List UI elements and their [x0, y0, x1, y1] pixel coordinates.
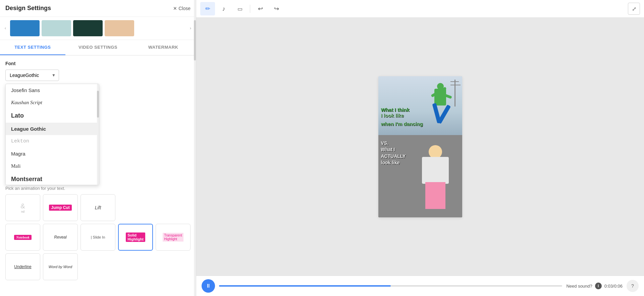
- close-label: Close: [178, 6, 191, 11]
- anim-card-lift[interactable]: Lift: [80, 194, 115, 221]
- anim-card-reveal[interactable]: Reveal: [43, 224, 78, 251]
- toolbar-redo-button[interactable]: ↪: [269, 2, 284, 15]
- expand-button[interactable]: ⤢: [628, 3, 640, 15]
- meme-bottom-line2: What I: [381, 146, 406, 153]
- anim-spacer-5: [156, 253, 191, 280]
- video-preview: What I think I look like when I'm dancin…: [378, 76, 462, 217]
- color-swatch-blue[interactable]: [10, 20, 40, 36]
- redo-icon: ↪: [274, 5, 279, 12]
- font-item-magra[interactable]: Magra: [6, 147, 99, 160]
- preview-area: What I think I look like when I'm dancin…: [196, 18, 644, 276]
- font-item-kaushan[interactable]: Kaushan Script: [6, 96, 99, 109]
- toolbar-music-button[interactable]: ♪: [216, 2, 231, 15]
- anim-card-notebook[interactable]: Notebook: [5, 224, 40, 251]
- anim-card-word-by-word[interactable]: Word by Word: [43, 253, 78, 280]
- anim-word-by-word-label: Word by Word: [49, 265, 72, 269]
- swatch-next-arrow[interactable]: ›: [188, 26, 193, 31]
- meme-top-line3: when I'm dancing: [381, 121, 423, 127]
- meme-bottom-text: VS. What I ACTUALLY look like: [381, 140, 406, 166]
- close-icon: ✕: [173, 6, 177, 11]
- time-display: 0:03/0:06: [604, 284, 623, 289]
- meme-top-text2: when I'm dancing: [381, 121, 423, 127]
- meme-top: What I think I look like when I'm dancin…: [378, 76, 462, 135]
- color-swatch-peach[interactable]: [105, 20, 134, 36]
- anim-solid-label: SolidHighlight: [126, 232, 145, 242]
- panel-scrollbar-track: [194, 0, 196, 296]
- animation-grid-row1: & nd Jump Cut Lift: [5, 194, 191, 221]
- font-item-montserrat[interactable]: Montserrat: [6, 172, 99, 185]
- anim-lift-label: Lift: [95, 205, 101, 210]
- font-item-josefin[interactable]: Josefin Sans: [6, 84, 99, 96]
- toolbar-layout-button[interactable]: ▭: [232, 2, 247, 15]
- anim-card-underline[interactable]: Underline: [5, 253, 40, 280]
- help-button[interactable]: ?: [627, 280, 639, 292]
- anim-card-transparent-highlight[interactable]: TransparentHighlight: [156, 224, 191, 251]
- font-item-lato[interactable]: Lato: [6, 109, 99, 123]
- swatches-container: [10, 20, 186, 36]
- music-icon: ♪: [222, 5, 225, 12]
- anim-underline-label: Underline: [14, 264, 31, 269]
- anim-card-solid-highlight[interactable]: SolidHighlight: [118, 224, 153, 251]
- anim-card-none[interactable]: & nd: [5, 194, 40, 221]
- meme-container: What I think I look like when I'm dancin…: [378, 76, 462, 217]
- meme-top-line2: I look like: [381, 113, 410, 118]
- font-list-dropdown: Josefin Sans Kaushan Script Lato League …: [5, 84, 99, 185]
- panel-scrollbar-thumb: [194, 20, 196, 60]
- meme-top-text: What I think I look like: [381, 107, 410, 118]
- animation-grid-row2: Notebook Reveal | Slide In SolidHighligh…: [5, 224, 191, 251]
- anim-none-sub: nd: [21, 210, 24, 213]
- animation-grid-row3: Underline Word by Word: [5, 253, 191, 280]
- anim-spacer-4: [118, 253, 153, 280]
- right-panel: ✏ ♪ ▭ ↩ ↪ ⤢: [196, 0, 644, 296]
- anim-none-label: &: [20, 202, 25, 210]
- anim-reveal-label: Reveal: [54, 235, 66, 240]
- play-pause-button[interactable]: ⏸: [202, 279, 215, 293]
- progress-bar[interactable]: [219, 285, 562, 287]
- swatch-prev-arrow[interactable]: ‹: [3, 26, 8, 31]
- help-icon: ?: [631, 283, 634, 289]
- layout-icon: ▭: [237, 6, 243, 12]
- anim-spacer-1: [118, 194, 153, 221]
- font-item-lekton[interactable]: Lekton: [6, 135, 99, 147]
- color-swatches-row: ‹ ›: [0, 17, 196, 40]
- animation-placeholder: Pick an animation for your text.: [5, 186, 191, 191]
- panel-header: Design Settings ✕ Close: [0, 0, 196, 17]
- progress-bar-fill: [219, 285, 391, 287]
- font-list-inner: Josefin Sans Kaushan Script Lato League …: [6, 84, 99, 185]
- color-swatch-dark-green[interactable]: [73, 20, 103, 36]
- tab-video-settings[interactable]: VIDEO SETTINGS: [65, 40, 131, 55]
- color-swatch-mint[interactable]: [42, 20, 71, 36]
- font-list-scrollbar-thumb: [97, 91, 99, 118]
- font-dropdown[interactable]: LeagueGothic: [5, 70, 59, 81]
- toolbar-right: ⤢: [628, 3, 640, 15]
- sound-notice-text: Need sound?: [566, 284, 592, 289]
- font-list-scrollbar: [97, 84, 99, 185]
- anim-card-slide-in[interactable]: | Slide In: [80, 224, 115, 251]
- font-item-mali[interactable]: Mali: [6, 160, 99, 172]
- font-section-label: Font: [5, 61, 191, 66]
- meme-bottom-line1: VS.: [381, 140, 406, 147]
- tab-watermark[interactable]: WATERMARK: [130, 40, 196, 55]
- expand-icon: ⤢: [632, 6, 636, 12]
- panel-content: Font LeagueGothic ▼ Josefin Sans Kaushan…: [0, 55, 196, 296]
- toolbar-separator: [250, 5, 250, 13]
- close-button[interactable]: ✕ Close: [173, 6, 191, 11]
- toolbar-undo-button[interactable]: ↩: [253, 2, 268, 15]
- anim-slide-label: | Slide In: [91, 235, 105, 239]
- meme-top-line1: What I think: [381, 107, 410, 113]
- left-panel: Design Settings ✕ Close ‹ › TEXT SETTING…: [0, 0, 196, 296]
- tabs-row: TEXT SETTINGS VIDEO SETTINGS WATERMARK: [0, 40, 196, 55]
- anim-transparent-label: TransparentHighlight: [163, 233, 183, 242]
- anim-card-jump-cut[interactable]: Jump Cut: [43, 194, 78, 221]
- font-dropdown-wrapper: LeagueGothic ▼ Josefin Sans Kaushan Scri…: [5, 70, 59, 81]
- font-item-league-gothic[interactable]: League Gothic: [6, 123, 99, 135]
- toolbar: ✏ ♪ ▭ ↩ ↪ ⤢: [196, 0, 644, 18]
- info-icon[interactable]: i: [595, 283, 602, 289]
- undo-icon: ↩: [258, 5, 263, 12]
- anim-spacer-2: [156, 194, 191, 221]
- playback-right: Need sound? i 0:03/0:06: [566, 283, 623, 289]
- anim-jump-cut-label: Jump Cut: [49, 205, 71, 211]
- tab-text-settings[interactable]: TEXT SETTINGS: [0, 40, 65, 55]
- toolbar-edit-button[interactable]: ✏: [200, 2, 215, 15]
- anim-spacer-3: [80, 253, 115, 280]
